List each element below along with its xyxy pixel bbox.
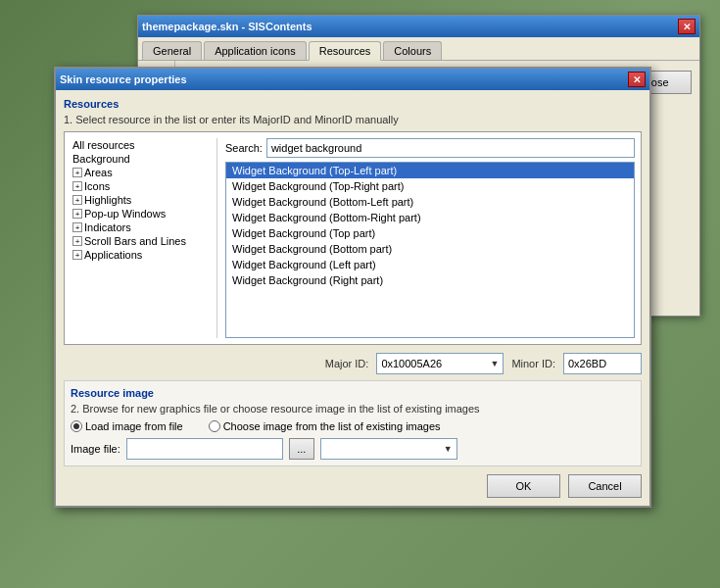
tree-item-background[interactable]: Background xyxy=(71,152,211,166)
image-file-label: Image file: xyxy=(71,443,120,455)
radio-load-file-label: Load image from file xyxy=(85,420,183,432)
tree-expander-popupwindows[interactable]: + xyxy=(72,209,82,219)
tree-expander-icons[interactable]: + xyxy=(72,181,82,191)
minor-id-label: Minor ID: xyxy=(511,358,555,369)
choose-image-arrow: ▼ xyxy=(444,444,453,454)
tree-item-popupwindows-label: Pop-up Windows xyxy=(84,208,166,220)
tree-item-scrollbars-label: Scroll Bars and Lines xyxy=(84,235,186,247)
outer-tabs: General Application icons Resources Colo… xyxy=(138,37,699,61)
tree-item-highlights-label: Highlights xyxy=(84,194,131,206)
tree-panel: All resources Background + Areas + Icons… xyxy=(71,138,217,338)
major-id-arrow: ▼ xyxy=(490,359,499,368)
id-row: Major ID: 0x10005A26 ▼ Minor ID: xyxy=(64,353,642,374)
list-item-1[interactable]: Widget Background (Top-Right part) xyxy=(226,178,634,194)
tab-colours[interactable]: Colours xyxy=(383,41,442,60)
dialog-content: Resources 1. Select resource in the list… xyxy=(56,90,649,506)
image-file-input[interactable] xyxy=(126,438,283,460)
search-label: Search: xyxy=(225,142,263,154)
tree-item-areas-label: Areas xyxy=(84,167,113,178)
outer-close-button[interactable]: ✕ xyxy=(678,19,696,34)
image-file-row: Image file: ... ▼ xyxy=(71,438,635,460)
tree-item-all-resources[interactable]: All resources xyxy=(71,138,211,152)
search-list-panel: Search: Widget Background (Top-Left part… xyxy=(225,138,635,338)
tab-resources[interactable]: Resources xyxy=(309,41,382,61)
radio-load-file-circle[interactable] xyxy=(71,420,82,432)
resource-image-section: Resource image 2. Browse for new graphic… xyxy=(64,380,642,466)
tree-item-areas[interactable]: + Areas xyxy=(71,166,211,179)
tree-item-icons[interactable]: + Icons xyxy=(71,179,211,193)
major-id-label: Major ID: xyxy=(325,358,369,369)
tree-expander-applications[interactable]: + xyxy=(72,250,82,260)
search-row: Search: xyxy=(225,138,635,158)
list-item-2[interactable]: Widget Background (Bottom-Left part) xyxy=(226,194,634,210)
tree-item-indicators-label: Indicators xyxy=(84,221,131,233)
resources-instruction: 1. Select resource in the list or enter … xyxy=(64,114,642,125)
list-item-6[interactable]: Widget Background (Left part) xyxy=(226,257,634,272)
tree-item-popupwindows[interactable]: + Pop-up Windows xyxy=(71,207,211,220)
tree-expander-highlights[interactable]: + xyxy=(72,195,82,205)
resources-area: All resources Background + Areas + Icons… xyxy=(64,131,642,345)
tree-expander-indicators[interactable]: + xyxy=(72,222,82,232)
list-item-3[interactable]: Widget Background (Bottom-Right part) xyxy=(226,210,634,225)
radio-choose-existing-circle[interactable] xyxy=(209,420,220,432)
radio-choose-existing[interactable]: Choose image from the list of existing i… xyxy=(209,420,441,432)
major-id-dropdown[interactable]: 0x10005A26 ▼ xyxy=(376,353,504,374)
resources-section-label: Resources xyxy=(64,98,642,110)
tab-general[interactable]: General xyxy=(142,41,202,60)
tab-application-icons[interactable]: Application icons xyxy=(204,41,307,60)
bottom-buttons: OK Cancel xyxy=(64,474,642,498)
tree-expander-areas[interactable]: + xyxy=(72,168,82,177)
radio-choose-existing-label: Choose image from the list of existing i… xyxy=(223,420,441,432)
cancel-button[interactable]: Cancel xyxy=(568,474,642,498)
list-item-0[interactable]: Widget Background (Top-Left part) xyxy=(226,163,634,178)
tree-expander-scrollbars[interactable]: + xyxy=(72,236,82,246)
search-input[interactable] xyxy=(266,138,635,158)
resource-image-label: Resource image xyxy=(71,387,635,399)
tree-item-applications[interactable]: + Applications xyxy=(71,248,211,262)
inner-titlebar: Skin resource properties ✕ xyxy=(56,69,649,90)
radio-load-file[interactable]: Load image from file xyxy=(71,420,183,432)
tree-item-scrollbars[interactable]: + Scroll Bars and Lines xyxy=(71,234,211,248)
outer-titlebar: themepackage.skn - SISContents ✕ xyxy=(138,16,699,37)
resource-list[interactable]: Widget Background (Top-Left part) Widget… xyxy=(225,162,635,338)
tree-item-indicators[interactable]: + Indicators xyxy=(71,220,211,234)
inner-close-button[interactable]: ✕ xyxy=(628,72,646,87)
outer-window-title: themepackage.skn - SISContents xyxy=(142,21,312,32)
tree-item-icons-label: Icons xyxy=(84,180,110,192)
choose-image-dropdown[interactable]: ▼ xyxy=(320,438,457,460)
tree-item-applications-label: Applications xyxy=(84,249,142,261)
browse-button[interactable]: ... xyxy=(289,438,314,460)
radio-row: Load image from file Choose image from t… xyxy=(71,420,635,432)
major-id-value: 0x10005A26 xyxy=(381,358,442,369)
ok-button[interactable]: OK xyxy=(487,474,560,498)
tree-item-highlights[interactable]: + Highlights xyxy=(71,193,211,207)
inner-dialog: Skin resource properties ✕ Resources 1. … xyxy=(54,67,651,508)
inner-dialog-title: Skin resource properties xyxy=(60,74,187,85)
list-item-5[interactable]: Widget Background (Bottom part) xyxy=(226,241,634,257)
list-item-4[interactable]: Widget Background (Top part) xyxy=(226,225,634,241)
browse-instruction: 2. Browse for new graphics file or choos… xyxy=(71,403,635,415)
minor-id-input[interactable] xyxy=(563,353,642,374)
list-item-7[interactable]: Widget Background (Right part) xyxy=(226,272,634,288)
